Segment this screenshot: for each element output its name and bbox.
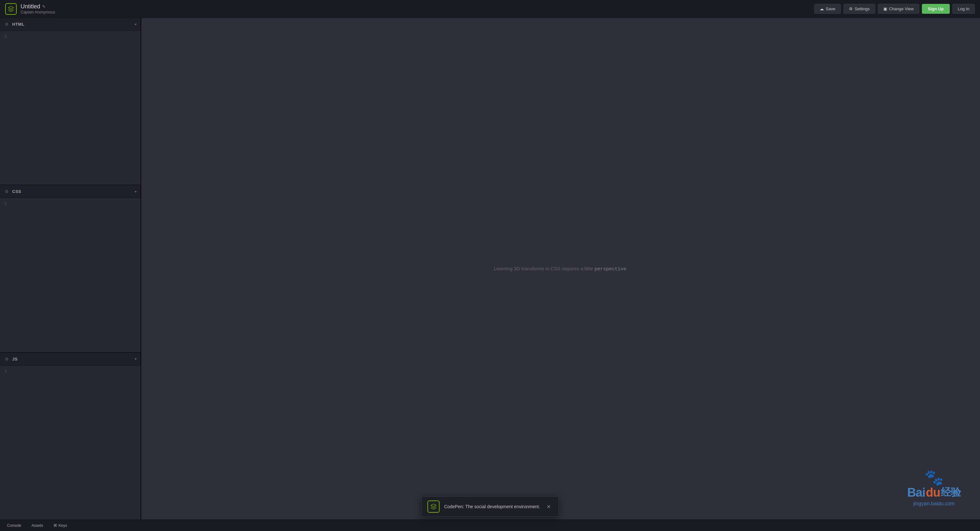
toast-notification: CodePen: The social development environm… [421, 496, 559, 517]
css-editor-panel: ⚙ CSS ▾ 1 [0, 185, 140, 352]
save-label: Save [826, 6, 835, 11]
css-collapse-icon[interactable]: ▾ [135, 189, 137, 194]
js-settings-icon[interactable]: ⚙ [4, 356, 10, 362]
login-button[interactable]: Log In [952, 4, 975, 14]
change-view-button[interactable]: ▣ Change View [878, 4, 919, 14]
keys-tab[interactable]: ⌘ Keys [49, 522, 72, 529]
header-actions: ☁ Save ⚙ Settings ▣ Change View Sign Up … [814, 4, 975, 14]
js-collapse-icon[interactable]: ▾ [135, 357, 137, 361]
html-collapse-icon[interactable]: ▾ [135, 22, 137, 27]
settings-button[interactable]: ⚙ Settings [843, 4, 875, 14]
preview-hint-code: perspective [594, 266, 626, 272]
css-editor-label: CSS [12, 189, 132, 194]
console-tab[interactable]: Console [3, 522, 26, 529]
css-editor-header: ⚙ CSS ▾ [0, 185, 140, 198]
signup-button[interactable]: Sign Up [922, 4, 950, 14]
change-view-icon: ▣ [883, 6, 887, 11]
js-editor-panel: ⚙ JS ▾ 1 [0, 353, 140, 520]
assets-tab-label: Assets [32, 523, 43, 528]
js-editor-body[interactable]: 1 [0, 366, 140, 520]
app-logo [5, 3, 17, 15]
js-editor-label: JS [12, 357, 132, 361]
keys-tab-label: Keys [59, 523, 67, 528]
preview-hint-text: Learning 3D transforms in CSS requires a… [494, 266, 594, 271]
css-settings-icon[interactable]: ⚙ [4, 189, 10, 195]
baidu-text-bai: Bai [907, 486, 925, 499]
html-editor-header: ⚙ HTML ▾ [0, 18, 140, 31]
settings-label: Settings [855, 6, 870, 11]
html-editor-panel: ⚙ HTML ▾ 1 [0, 18, 140, 185]
baidu-text-chinese: 经验 [941, 485, 961, 499]
title-area: Untitled ✎ Captain Anonymous [21, 3, 810, 14]
editors-panel: ⚙ HTML ▾ 1 ⚙ CSS ▾ 1 ⚙ JS ▾ [0, 18, 142, 520]
html-editor-body[interactable]: 1 [0, 31, 140, 185]
pen-title: Untitled ✎ [21, 3, 810, 10]
html-settings-icon[interactable]: ⚙ [4, 22, 10, 27]
baidu-logo: 🐾 Bai du 经验 jingyan.baidu.com [907, 469, 961, 507]
assets-tab[interactable]: Assets [27, 522, 48, 529]
baidu-domain: jingyan.baidu.com [913, 501, 955, 507]
save-icon: ☁ [820, 6, 824, 11]
main-area: ⚙ HTML ▾ 1 ⚙ CSS ▾ 1 ⚙ JS ▾ [0, 18, 980, 520]
css-line-1: 1 [0, 201, 140, 207]
cube-icon [8, 6, 14, 12]
toast-logo [427, 501, 439, 513]
bottom-bar: Console Assets ⌘ Keys [0, 520, 980, 531]
preview-hint: Learning 3D transforms in CSS requires a… [494, 266, 628, 272]
js-line-1: 1 [0, 368, 140, 375]
pen-author: Captain Anonymous [21, 10, 810, 14]
edit-title-icon[interactable]: ✎ [42, 4, 46, 9]
preview-hint-period: . [626, 266, 627, 271]
change-view-label: Change View [889, 6, 914, 11]
js-editor-header: ⚙ JS ▾ [0, 353, 140, 366]
app-header: Untitled ✎ Captain Anonymous ☁ Save ⚙ Se… [0, 0, 980, 18]
toast-message: CodePen: The social development environm… [444, 504, 540, 509]
css-editor-body[interactable]: 1 [0, 198, 140, 352]
toast-close-button[interactable]: ✕ [545, 503, 553, 510]
html-editor-label: HTML [12, 22, 132, 27]
preview-panel: Learning 3D transforms in CSS requires a… [142, 18, 980, 520]
save-button[interactable]: ☁ Save [814, 4, 841, 14]
baidu-brand-text: Bai du 经验 [907, 485, 961, 499]
baidu-text-du: du [926, 486, 940, 499]
keys-icon: ⌘ [53, 523, 57, 528]
pen-title-text: Untitled [21, 3, 40, 10]
baidu-paw-icon: 🐾 [924, 469, 944, 487]
baidu-watermark: 🐾 Bai du 经验 jingyan.baidu.com [907, 469, 961, 507]
console-tab-label: Console [7, 523, 21, 528]
html-line-1: 1 [0, 33, 140, 40]
settings-icon: ⚙ [849, 6, 853, 11]
toast-cube-icon [430, 503, 437, 510]
